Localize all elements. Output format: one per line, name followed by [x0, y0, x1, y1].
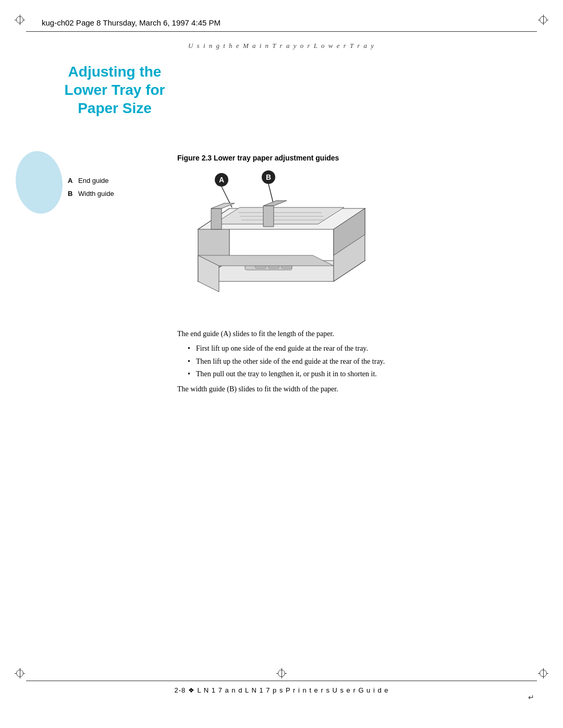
tray-illustration: A B — [172, 162, 391, 313]
bullet-list: First lift up one side of the end guide … — [188, 343, 511, 380]
width-guide — [263, 206, 274, 227]
reg-mark-br — [538, 668, 548, 678]
reg-mark-bl — [15, 668, 25, 678]
figure-caption: Figure 2.3 Lower tray paper adjustment g… — [177, 154, 339, 162]
reg-mark-tl — [15, 15, 25, 25]
legend-desc-b: Width guide — [78, 188, 114, 200]
end-guide — [211, 208, 222, 229]
header-line — [26, 31, 537, 32]
footer-text: 2-8 ❖ L N 1 7 a n d L N 1 7 p s P r i n … — [174, 686, 388, 694]
bottom-inner — [198, 255, 334, 266]
legend: A End guide B Width guide — [68, 175, 114, 201]
bullet-item-2: Then lift up the other side of the end g… — [188, 356, 511, 367]
page: kug-ch02 Page 8 Thursday, March 6, 1997 … — [0, 0, 563, 728]
body-para2: The width guide (B) slides to fit the wi… — [177, 384, 511, 395]
bullet-item-1: First lift up one side of the end guide … — [188, 343, 511, 354]
title-line1: Adjusting the — [68, 64, 162, 80]
width-guide-top — [263, 201, 287, 206]
decorative-blob — [16, 151, 63, 214]
footer-line — [26, 681, 537, 681]
body-text-area: The end guide (A) slides to fit the leng… — [177, 328, 511, 398]
svg-text:B: B — [266, 173, 271, 181]
legend-letter-b: B — [68, 188, 74, 200]
subtitle: U s i n g t h e M a i n T r a y o r L o … — [188, 42, 375, 50]
title-line2: Lower Tray for — [65, 82, 165, 98]
corner-mark: ↵ — [528, 693, 534, 702]
legend-item-b: B Width guide — [68, 188, 114, 200]
reg-mark-bc — [276, 668, 287, 678]
figure-area: A B — [172, 162, 391, 313]
legend-item-a: A End guide — [68, 175, 114, 187]
bullet-item-3: Then pull out the tray to lengthen it, o… — [188, 368, 511, 380]
arrow-b — [268, 184, 274, 205]
main-title-block: Adjusting the Lower Tray for Paper Size — [42, 63, 188, 117]
title-line3: Paper Size — [78, 100, 152, 116]
reg-mark-tr — [538, 15, 548, 25]
legend-letter-a: A — [68, 175, 74, 187]
header-text: kug-ch02 Page 8 Thursday, March 6, 1997 … — [42, 18, 221, 27]
legend-desc-a: End guide — [78, 175, 109, 187]
body-para1: The end guide (A) slides to fit the leng… — [177, 328, 511, 340]
svg-text:A: A — [219, 176, 224, 184]
